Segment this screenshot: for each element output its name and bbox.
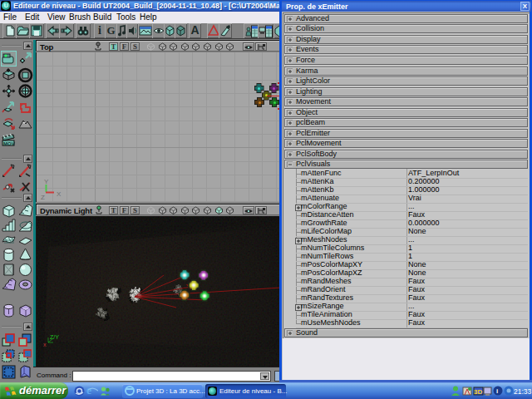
svg-text:3D: 3D	[474, 388, 482, 396]
svg-text:MOV: MOV	[3, 141, 15, 146]
svg-text:X: X	[57, 190, 62, 198]
svg-text:Z/Y: Z/Y	[50, 334, 59, 340]
svg-text:x: x	[43, 342, 47, 347]
svg-text:Z: Z	[41, 194, 45, 201]
svg-text:i: i	[496, 387, 498, 395]
svg-text:Y: Y	[44, 178, 49, 185]
